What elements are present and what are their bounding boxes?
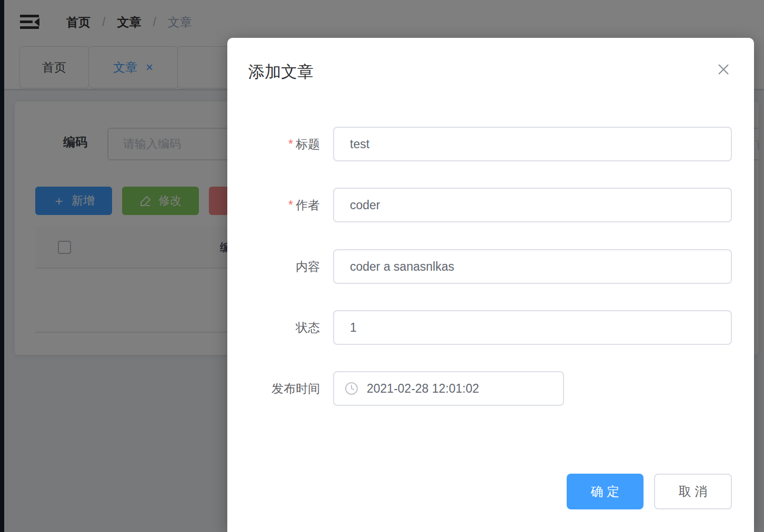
form-row-publish-time: 发布时间 xyxy=(227,371,754,406)
title-input[interactable] xyxy=(333,127,732,161)
confirm-button[interactable]: 确 定 xyxy=(567,474,644,509)
add-article-dialog: 添加文章 *标题 *作者 内容 状态 发布时间 xyxy=(227,38,754,532)
status-input[interactable] xyxy=(333,310,732,345)
form-row-author: *作者 xyxy=(227,187,754,223)
status-field-label: 状态 xyxy=(227,320,320,336)
publish-time-field-label: 发布时间 xyxy=(227,381,320,397)
title-field-label: *标题 xyxy=(227,136,320,152)
cancel-button[interactable]: 取 消 xyxy=(654,474,732,509)
author-input[interactable] xyxy=(333,188,732,222)
publish-time-input[interactable] xyxy=(333,371,564,406)
x-icon xyxy=(716,62,731,77)
datetime-picker xyxy=(333,371,564,406)
required-mark: * xyxy=(288,137,293,151)
form-row-status: 状态 xyxy=(227,310,754,345)
author-field-label: *作者 xyxy=(227,197,320,213)
content-field-label: 内容 xyxy=(227,259,320,275)
dialog-title: 添加文章 xyxy=(248,61,314,83)
form-row-content: 内容 xyxy=(227,249,754,284)
app-screen: 首页 / 文章 / 文章 首页 文章 × 编码 首 ＋ 新增 xyxy=(0,0,764,532)
dialog-close-button[interactable] xyxy=(714,60,733,79)
form-row-title: *标题 xyxy=(227,126,754,162)
required-mark: * xyxy=(288,198,293,212)
content-input[interactable] xyxy=(333,249,732,284)
